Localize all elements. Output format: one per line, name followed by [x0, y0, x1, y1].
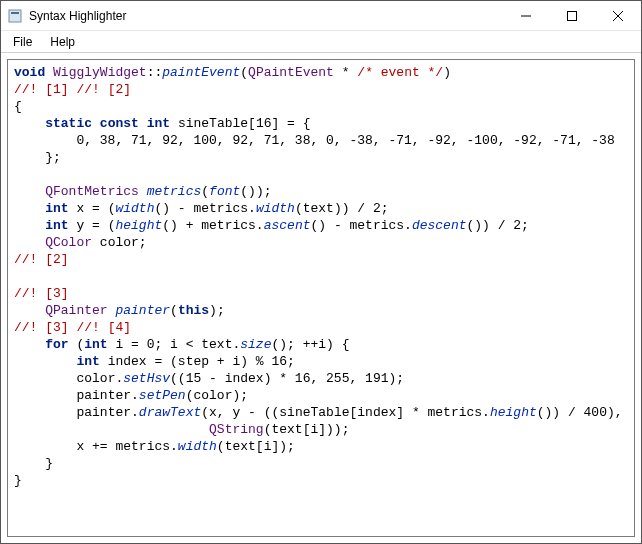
type: QPaintEvent [248, 65, 334, 80]
keyword: void [14, 65, 45, 80]
maximize-button[interactable] [549, 1, 595, 30]
code-editor[interactable]: void WigglyWidget::paintEvent(QPaintEven… [7, 59, 635, 537]
menubar: File Help [1, 31, 641, 53]
svg-rect-1 [11, 12, 19, 14]
marker: //! [2] [76, 82, 131, 97]
marker: //! [2] [14, 252, 69, 267]
marker: //! [1] [14, 82, 69, 97]
minimize-button[interactable] [503, 1, 549, 30]
type: QFontMetrics [45, 184, 139, 199]
svg-rect-3 [568, 11, 577, 20]
window-controls [503, 1, 641, 30]
code-content[interactable]: void WigglyWidget::paintEvent(QPaintEven… [8, 60, 634, 493]
app-icon [7, 8, 23, 24]
menu-help[interactable]: Help [42, 33, 83, 51]
close-button[interactable] [595, 1, 641, 30]
marker: //! [3] [14, 286, 69, 301]
type: WigglyWidget [53, 65, 147, 80]
menu-file[interactable]: File [5, 33, 40, 51]
window-title: Syntax Highlighter [29, 9, 503, 23]
svg-rect-0 [9, 10, 21, 22]
marker: //! [4] [76, 320, 131, 335]
titlebar: Syntax Highlighter [1, 1, 641, 31]
marker: //! [3] [14, 320, 69, 335]
comment: /* event */ [357, 65, 443, 80]
function: paintEvent [162, 65, 240, 80]
